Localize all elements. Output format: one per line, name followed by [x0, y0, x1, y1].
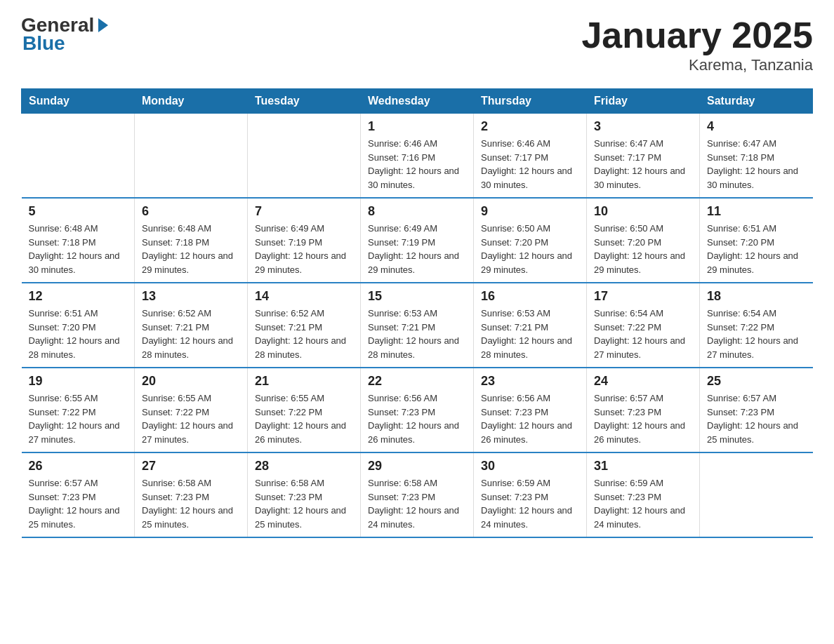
day-cell: 26Sunrise: 6:57 AM Sunset: 7:23 PM Dayli…: [22, 452, 135, 537]
day-info: Sunrise: 6:49 AM Sunset: 7:19 PM Dayligh…: [255, 222, 353, 276]
day-cell: 14Sunrise: 6:52 AM Sunset: 7:21 PM Dayli…: [248, 283, 361, 368]
location: Karema, Tanzania: [581, 56, 813, 74]
day-cell: [22, 114, 135, 199]
day-info: Sunrise: 6:58 AM Sunset: 7:23 PM Dayligh…: [142, 476, 240, 531]
day-info: Sunrise: 6:54 AM Sunset: 7:22 PM Dayligh…: [594, 307, 692, 361]
header-row: SundayMondayTuesdayWednesdayThursdayFrid…: [22, 89, 813, 114]
day-cell: 18Sunrise: 6:54 AM Sunset: 7:22 PM Dayli…: [700, 283, 813, 368]
day-cell: 5Sunrise: 6:48 AM Sunset: 7:18 PM Daylig…: [22, 198, 135, 283]
day-number: 23: [481, 374, 579, 389]
day-number: 27: [142, 459, 240, 474]
day-number: 8: [368, 204, 466, 219]
title-block: January 2025 Karema, Tanzania: [581, 14, 813, 74]
day-info: Sunrise: 6:57 AM Sunset: 7:23 PM Dayligh…: [29, 476, 128, 531]
day-info: Sunrise: 6:56 AM Sunset: 7:23 PM Dayligh…: [368, 391, 466, 446]
header-cell-saturday: Saturday: [700, 89, 813, 114]
day-info: Sunrise: 6:51 AM Sunset: 7:20 PM Dayligh…: [707, 222, 806, 276]
header-cell-tuesday: Tuesday: [248, 89, 361, 114]
day-info: Sunrise: 6:54 AM Sunset: 7:22 PM Dayligh…: [707, 307, 806, 361]
week-row-2: 5Sunrise: 6:48 AM Sunset: 7:18 PM Daylig…: [22, 198, 813, 283]
day-number: 29: [368, 459, 466, 474]
day-cell: 27Sunrise: 6:58 AM Sunset: 7:23 PM Dayli…: [135, 452, 248, 537]
day-info: Sunrise: 6:47 AM Sunset: 7:18 PM Dayligh…: [707, 137, 806, 192]
day-cell: 10Sunrise: 6:50 AM Sunset: 7:20 PM Dayli…: [587, 198, 700, 283]
day-cell: 12Sunrise: 6:51 AM Sunset: 7:20 PM Dayli…: [22, 283, 135, 368]
week-row-1: 1Sunrise: 6:46 AM Sunset: 7:16 PM Daylig…: [22, 114, 813, 199]
day-number: 4: [707, 119, 806, 134]
day-cell: 29Sunrise: 6:58 AM Sunset: 7:23 PM Dayli…: [361, 452, 474, 537]
day-info: Sunrise: 6:52 AM Sunset: 7:21 PM Dayligh…: [142, 307, 240, 361]
day-number: 30: [481, 459, 579, 474]
day-info: Sunrise: 6:49 AM Sunset: 7:19 PM Dayligh…: [368, 222, 466, 276]
day-cell: 28Sunrise: 6:58 AM Sunset: 7:23 PM Dayli…: [248, 452, 361, 537]
day-number: 10: [594, 204, 692, 219]
day-number: 3: [594, 119, 692, 134]
day-cell: 1Sunrise: 6:46 AM Sunset: 7:16 PM Daylig…: [361, 114, 474, 199]
day-cell: 15Sunrise: 6:53 AM Sunset: 7:21 PM Dayli…: [361, 283, 474, 368]
day-cell: 22Sunrise: 6:56 AM Sunset: 7:23 PM Dayli…: [361, 368, 474, 452]
month-title: January 2025: [581, 14, 813, 56]
week-row-5: 26Sunrise: 6:57 AM Sunset: 7:23 PM Dayli…: [22, 452, 813, 537]
day-number: 15: [368, 289, 466, 304]
day-cell: 9Sunrise: 6:50 AM Sunset: 7:20 PM Daylig…: [474, 198, 587, 283]
logo: General Blue: [21, 14, 108, 55]
day-info: Sunrise: 6:58 AM Sunset: 7:23 PM Dayligh…: [368, 476, 466, 531]
day-cell: 25Sunrise: 6:57 AM Sunset: 7:23 PM Dayli…: [700, 368, 813, 452]
day-info: Sunrise: 6:53 AM Sunset: 7:21 PM Dayligh…: [368, 307, 466, 361]
day-number: 9: [481, 204, 579, 219]
day-cell: 7Sunrise: 6:49 AM Sunset: 7:19 PM Daylig…: [248, 198, 361, 283]
day-number: 5: [29, 204, 128, 219]
day-cell: 11Sunrise: 6:51 AM Sunset: 7:20 PM Dayli…: [700, 198, 813, 283]
day-cell: 20Sunrise: 6:55 AM Sunset: 7:22 PM Dayli…: [135, 368, 248, 452]
day-info: Sunrise: 6:55 AM Sunset: 7:22 PM Dayligh…: [142, 391, 240, 446]
day-cell: 21Sunrise: 6:55 AM Sunset: 7:22 PM Dayli…: [248, 368, 361, 452]
day-number: 19: [29, 374, 128, 389]
day-info: Sunrise: 6:59 AM Sunset: 7:23 PM Dayligh…: [481, 476, 579, 531]
calendar-table: SundayMondayTuesdayWednesdayThursdayFrid…: [21, 88, 813, 538]
day-number: 12: [29, 289, 128, 304]
day-info: Sunrise: 6:46 AM Sunset: 7:17 PM Dayligh…: [481, 137, 579, 192]
day-number: 18: [707, 289, 806, 304]
week-row-4: 19Sunrise: 6:55 AM Sunset: 7:22 PM Dayli…: [22, 368, 813, 452]
day-cell: 3Sunrise: 6:47 AM Sunset: 7:17 PM Daylig…: [587, 114, 700, 199]
day-info: Sunrise: 6:57 AM Sunset: 7:23 PM Dayligh…: [707, 391, 806, 446]
day-number: 24: [594, 374, 692, 389]
day-cell: 17Sunrise: 6:54 AM Sunset: 7:22 PM Dayli…: [587, 283, 700, 368]
day-cell: 31Sunrise: 6:59 AM Sunset: 7:23 PM Dayli…: [587, 452, 700, 537]
day-cell: 6Sunrise: 6:48 AM Sunset: 7:18 PM Daylig…: [135, 198, 248, 283]
day-info: Sunrise: 6:48 AM Sunset: 7:18 PM Dayligh…: [29, 222, 128, 276]
day-cell: 16Sunrise: 6:53 AM Sunset: 7:21 PM Dayli…: [474, 283, 587, 368]
day-info: Sunrise: 6:51 AM Sunset: 7:20 PM Dayligh…: [29, 307, 128, 361]
header-cell-friday: Friday: [587, 89, 700, 114]
day-cell: 13Sunrise: 6:52 AM Sunset: 7:21 PM Dayli…: [135, 283, 248, 368]
day-info: Sunrise: 6:50 AM Sunset: 7:20 PM Dayligh…: [594, 222, 692, 276]
day-info: Sunrise: 6:59 AM Sunset: 7:23 PM Dayligh…: [594, 476, 692, 531]
logo-arrow-icon: [98, 18, 108, 32]
header-cell-sunday: Sunday: [22, 89, 135, 114]
header-cell-wednesday: Wednesday: [361, 89, 474, 114]
day-number: 11: [707, 204, 806, 219]
day-number: 1: [368, 119, 466, 134]
week-row-3: 12Sunrise: 6:51 AM Sunset: 7:20 PM Dayli…: [22, 283, 813, 368]
day-info: Sunrise: 6:46 AM Sunset: 7:16 PM Dayligh…: [368, 137, 466, 192]
day-number: 20: [142, 374, 240, 389]
day-cell: [700, 452, 813, 537]
day-number: 28: [255, 459, 353, 474]
day-number: 25: [707, 374, 806, 389]
day-info: Sunrise: 6:55 AM Sunset: 7:22 PM Dayligh…: [255, 391, 353, 446]
logo-blue: Blue: [22, 32, 65, 55]
day-number: 17: [594, 289, 692, 304]
day-info: Sunrise: 6:55 AM Sunset: 7:22 PM Dayligh…: [29, 391, 128, 446]
day-cell: 24Sunrise: 6:57 AM Sunset: 7:23 PM Dayli…: [587, 368, 700, 452]
day-cell: [248, 114, 361, 199]
day-cell: 8Sunrise: 6:49 AM Sunset: 7:19 PM Daylig…: [361, 198, 474, 283]
day-cell: 30Sunrise: 6:59 AM Sunset: 7:23 PM Dayli…: [474, 452, 587, 537]
day-number: 13: [142, 289, 240, 304]
day-number: 6: [142, 204, 240, 219]
day-info: Sunrise: 6:56 AM Sunset: 7:23 PM Dayligh…: [481, 391, 579, 446]
day-info: Sunrise: 6:57 AM Sunset: 7:23 PM Dayligh…: [594, 391, 692, 446]
day-number: 2: [481, 119, 579, 134]
day-cell: 2Sunrise: 6:46 AM Sunset: 7:17 PM Daylig…: [474, 114, 587, 199]
day-cell: [135, 114, 248, 199]
day-cell: 23Sunrise: 6:56 AM Sunset: 7:23 PM Dayli…: [474, 368, 587, 452]
